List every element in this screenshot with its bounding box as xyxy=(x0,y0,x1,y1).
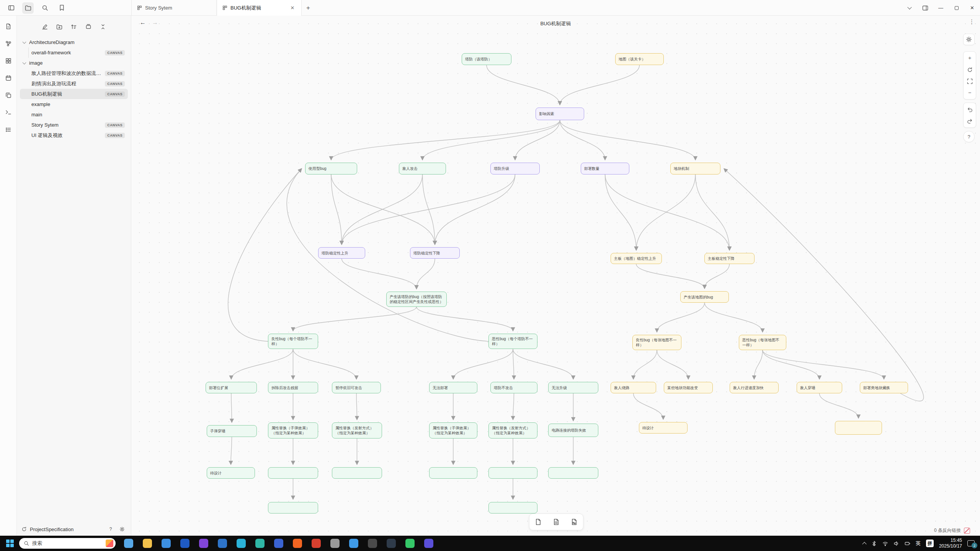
help-button-sidebar[interactable]: ? xyxy=(106,525,115,533)
view-mode-button[interactable] xyxy=(83,22,93,32)
add-note-button[interactable] xyxy=(549,515,564,528)
back-button[interactable]: ← xyxy=(140,19,146,26)
flow-node-n24[interactable]: 无法升级 xyxy=(548,382,598,393)
tree-item[interactable]: overall-frameworkCANVAS xyxy=(20,47,128,58)
zoom-out-button[interactable]: − xyxy=(964,87,975,98)
flow-node-n21[interactable]: 暂停依旧可攻击 xyxy=(332,382,381,393)
taskbar-app-edge[interactable] xyxy=(255,539,265,548)
flow-node-n9[interactable]: 塔防稳定性上升 xyxy=(318,247,365,259)
flow-node-n34[interactable]: 属性替换（发射方式）（指定为某种效果） xyxy=(488,422,537,439)
flow-node-n40[interactable] xyxy=(429,467,477,479)
tray-overflow-chevron-icon[interactable] xyxy=(862,542,866,546)
flow-node-n27[interactable]: 敌人行进速度加快 xyxy=(730,382,779,393)
terminal-panel-button[interactable] xyxy=(3,107,14,118)
flow-node-n8[interactable]: 地块机制 xyxy=(670,163,720,174)
battery-icon[interactable] xyxy=(905,541,910,546)
more-menu-icon[interactable]: ⋮ xyxy=(969,18,975,25)
taskbar-app-file-explorer[interactable] xyxy=(143,539,152,548)
doc-panel-button[interactable] xyxy=(3,21,14,32)
taskbar-app-mail[interactable] xyxy=(162,539,171,548)
flow-node-n32[interactable]: 属性替换（发射方式）（指定为某种效果） xyxy=(332,422,382,439)
undo-button[interactable] xyxy=(964,104,975,115)
calendar-panel-button[interactable] xyxy=(3,73,14,83)
search-button[interactable] xyxy=(39,2,51,14)
taskbar-app-word[interactable] xyxy=(180,539,189,548)
tree-item[interactable]: 剧情演出及游玩流程CANVAS xyxy=(20,78,128,89)
add-link-doc-button[interactable] xyxy=(567,515,581,528)
taskbar-app-app-blue[interactable] xyxy=(218,539,227,548)
tab-close-icon[interactable]: ✕ xyxy=(289,5,296,11)
tree-item[interactable]: BUG机制逻辑CANVAS xyxy=(20,89,128,99)
new-tab-button[interactable]: + xyxy=(302,0,315,16)
project-name[interactable]: ProjectSpecification xyxy=(30,527,74,532)
taskbar-app-wechat[interactable] xyxy=(405,539,415,548)
taskbar-app-wps[interactable] xyxy=(312,539,321,548)
taskbar-app-task-view[interactable] xyxy=(124,539,133,548)
outline-panel-button[interactable] xyxy=(3,124,14,135)
tree-folder[interactable]: ArchitectureDiagram xyxy=(20,37,128,47)
notification-center-button[interactable]: 2 xyxy=(967,540,975,546)
add-document-button[interactable] xyxy=(531,515,546,528)
fit-screen-button[interactable] xyxy=(964,75,975,87)
help-button[interactable]: ? xyxy=(963,131,975,142)
bookmark-button[interactable] xyxy=(56,2,67,14)
flow-node-n4[interactable]: 使用型bug xyxy=(305,163,357,174)
tab-story-system[interactable]: Story Sytem xyxy=(132,0,217,16)
flow-node-n16[interactable]: 恶性bug（每个塔防不一样） xyxy=(488,334,537,349)
flow-node-n28[interactable]: 敌人穿墙 xyxy=(797,382,842,393)
tree-folder[interactable]: image xyxy=(20,58,128,68)
flow-node-n6[interactable]: 塔防升级 xyxy=(490,163,540,174)
flow-node-n19[interactable]: 部署位扩展 xyxy=(206,382,257,393)
flow-node-n14[interactable]: 产生该地图的bug xyxy=(680,291,729,303)
flow-node-n23[interactable]: 塔防不攻击 xyxy=(490,382,537,393)
files-panel-button[interactable] xyxy=(22,2,34,14)
tree-item[interactable]: example xyxy=(20,99,128,109)
taskbar-search[interactable]: 搜索 xyxy=(19,538,116,549)
flow-node-n25[interactable]: 敌人绕路 xyxy=(611,382,656,393)
sync-icon[interactable] xyxy=(21,527,27,532)
flow-node-n2[interactable]: 地图（该关卡） xyxy=(615,53,664,65)
collapse-all-button[interactable] xyxy=(98,22,108,32)
flow-node-n17[interactable]: 良性bug（每张地图不一样） xyxy=(632,335,681,350)
flow-node-n36[interactable]: 待设计 xyxy=(639,422,688,434)
flow-node-n3[interactable]: 影响因素 xyxy=(536,108,584,120)
start-button[interactable] xyxy=(6,540,14,547)
flow-node-n7[interactable]: 部署数量 xyxy=(581,163,629,174)
flow-node-n13[interactable]: 产生该塔防的bug（按照该塔防的稳定性区间产生良性或恶性） xyxy=(386,292,447,307)
pages-panel-button[interactable] xyxy=(3,90,14,101)
flow-node-n33[interactable]: 属性替换（子弹效果）（指定为某种效果） xyxy=(429,422,477,439)
wifi-icon[interactable] xyxy=(882,541,888,546)
maximize-button[interactable] xyxy=(949,0,964,16)
canvas-panel-button[interactable] xyxy=(3,55,14,66)
flow-node-n45[interactable] xyxy=(488,502,537,514)
chevron-down-icon[interactable] xyxy=(23,40,26,44)
zoom-in-button[interactable]: ＋ xyxy=(964,52,975,64)
flow-node-n30[interactable]: 子弹穿墙 xyxy=(207,425,257,437)
taskbar-app-settings[interactable] xyxy=(330,539,340,548)
chevron-down-icon[interactable] xyxy=(23,60,26,64)
flow-node-n15[interactable]: 良性bug（每个塔防不一样） xyxy=(268,334,318,349)
reset-view-button[interactable] xyxy=(964,64,975,75)
flow-node-n22[interactable]: 无法部署 xyxy=(429,382,477,393)
flow-node-n39[interactable] xyxy=(332,467,382,479)
sidebar-toggle-button[interactable] xyxy=(5,2,17,14)
flow-node-n1[interactable]: 塔防（该塔防） xyxy=(462,53,511,65)
tab-list-dropdown[interactable] xyxy=(902,0,917,16)
taskbar-app-files[interactable] xyxy=(349,539,358,548)
taskbar-app-firefox[interactable] xyxy=(293,539,302,548)
minimize-button[interactable]: — xyxy=(933,0,949,16)
flow-node-n11[interactable]: 主板（地图）稳定性上升 xyxy=(611,253,662,264)
flow-node-n35[interactable]: 电路连接的塔防失效 xyxy=(548,424,598,437)
flow-node-n18[interactable]: 恶性bug（每张地图不一样） xyxy=(739,335,786,350)
flow-node-n37[interactable]: 待设计 xyxy=(207,467,255,479)
backlinks-status[interactable]: 0 条反向链接 xyxy=(934,527,970,534)
tree-item[interactable]: 敌人路径管理和波次的数据流程...CANVAS xyxy=(20,68,128,78)
flow-node-n5[interactable]: 敌人攻击 xyxy=(399,163,446,174)
canvas-settings-button[interactable] xyxy=(963,34,975,45)
forward-button[interactable]: → xyxy=(152,19,158,26)
taskbar-app-visual-studio[interactable] xyxy=(199,539,208,548)
tree-item[interactable]: UI 逻辑及视效CANVAS xyxy=(20,130,128,140)
taskbar-clock[interactable]: 15:45 2025/10/17 xyxy=(939,538,962,549)
redo-button[interactable] xyxy=(964,115,975,127)
flow-node-n31[interactable]: 属性替换（子弹效果）（指定为某种效果） xyxy=(268,422,318,439)
